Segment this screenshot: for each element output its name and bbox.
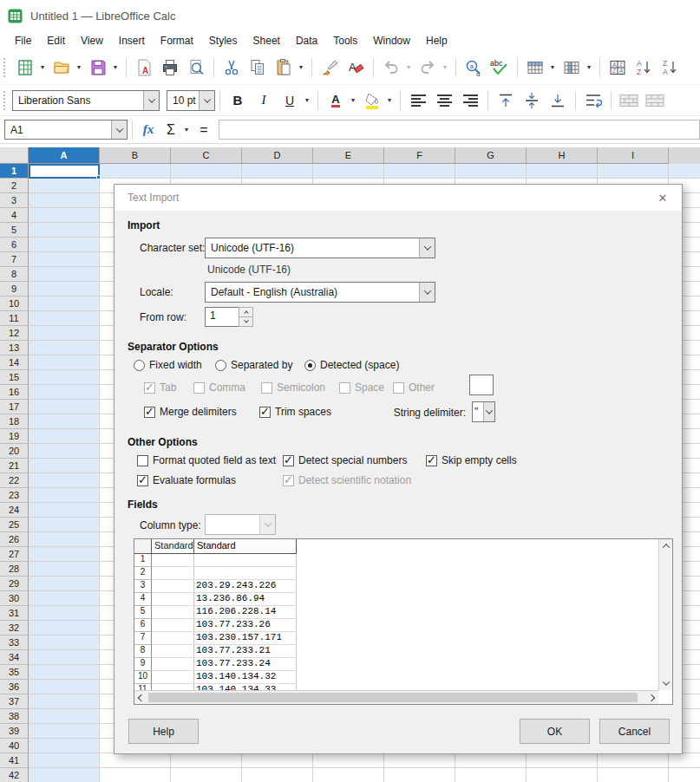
- row-header-7[interactable]: 7: [0, 252, 29, 267]
- row-header-9[interactable]: 9: [0, 282, 29, 297]
- insert-columns-icon[interactable]: [559, 55, 584, 80]
- save-dropdown-icon[interactable]: ▾: [111, 55, 120, 80]
- name-box-dropdown-icon[interactable]: [111, 121, 127, 139]
- preview-row[interactable]: 413.236.86.94: [134, 593, 658, 606]
- ok-button[interactable]: OK: [520, 719, 590, 744]
- row-header-39[interactable]: 39: [0, 724, 29, 739]
- column-header-f[interactable]: F: [384, 147, 455, 164]
- preview-row[interactable]: 9103.77.233.24: [134, 658, 658, 671]
- row-header-41[interactable]: 41: [0, 753, 29, 768]
- sum-icon[interactable]: Σ: [160, 119, 182, 141]
- column-type-combobox[interactable]: [205, 514, 276, 535]
- menu-window[interactable]: Window: [365, 33, 418, 49]
- row-header-33[interactable]: 33: [0, 635, 29, 650]
- row-header-20[interactable]: 20: [0, 444, 29, 459]
- row-header-12[interactable]: 12: [0, 326, 29, 341]
- column-type-dropdown-icon[interactable]: [259, 515, 275, 534]
- undo-icon[interactable]: [379, 55, 403, 80]
- row-header-21[interactable]: 21: [0, 459, 29, 473]
- clear-formatting-icon[interactable]: A: [343, 55, 368, 80]
- preview-column-header[interactable]: Standard: [194, 539, 297, 554]
- from-row-value[interactable]: 1: [205, 307, 239, 327]
- help-button[interactable]: Help: [128, 719, 199, 744]
- preview-vertical-scrollbar[interactable]: [658, 539, 672, 690]
- menu-insert[interactable]: Insert: [111, 33, 153, 49]
- open-icon[interactable]: [49, 55, 74, 80]
- paste-dropdown-icon[interactable]: ▾: [297, 55, 305, 80]
- redo-dropdown-icon[interactable]: ▾: [441, 55, 449, 80]
- merge-center-cells-icon[interactable]: [643, 88, 667, 113]
- center-vertically-icon[interactable]: [520, 88, 544, 113]
- checkbox-detect-scientific[interactable]: Detect scientific notation: [283, 474, 411, 486]
- column-header-g[interactable]: G: [455, 147, 527, 164]
- font-name-combobox[interactable]: Liberation Sans: [12, 90, 160, 111]
- column-header-e[interactable]: E: [313, 147, 384, 164]
- row-header-1[interactable]: 1: [0, 164, 29, 179]
- font-name-dropdown-icon[interactable]: [143, 91, 159, 110]
- highlight-dropdown-icon[interactable]: ▾: [385, 88, 394, 113]
- font-size-combobox[interactable]: 10 pt: [167, 90, 215, 111]
- sum-dropdown-icon[interactable]: ▾: [182, 118, 191, 142]
- row-header-31[interactable]: 31: [0, 606, 29, 621]
- column-header-i[interactable]: I: [598, 147, 669, 164]
- name-box[interactable]: A1: [4, 120, 128, 140]
- row-header-27[interactable]: 27: [0, 547, 29, 562]
- row-header-36[interactable]: 36: [0, 680, 29, 694]
- menu-view[interactable]: View: [73, 33, 111, 49]
- from-row-spinner[interactable]: 1: [205, 307, 253, 327]
- preview-row[interactable]: 5116.206.228.14: [134, 606, 658, 619]
- row-header-28[interactable]: 28: [0, 562, 29, 577]
- row-header-32[interactable]: 32: [0, 621, 29, 635]
- checkbox-tab[interactable]: Tab: [144, 381, 176, 394]
- wrap-text-icon[interactable]: [581, 88, 605, 113]
- sort-descending-icon[interactable]: ZA: [657, 55, 682, 80]
- redo-icon[interactable]: [415, 55, 440, 80]
- preview-row[interactable]: 10103.140.134.32: [134, 671, 658, 684]
- row-header-40[interactable]: 40: [0, 739, 29, 753]
- font-size-dropdown-icon[interactable]: [199, 91, 214, 110]
- align-right-icon[interactable]: [458, 88, 482, 113]
- spin-down-icon[interactable]: [239, 317, 252, 326]
- row-header-2[interactable]: 2: [0, 179, 29, 193]
- formula-input[interactable]: [219, 120, 700, 140]
- menu-styles[interactable]: Styles: [201, 33, 245, 49]
- character-set-dropdown-icon[interactable]: [419, 238, 435, 257]
- preview-grid[interactable]: Standard Standard 123203.29.243.226413.2…: [134, 539, 658, 690]
- preview-column-header[interactable]: Standard: [152, 539, 194, 554]
- row-header-35[interactable]: 35: [0, 665, 29, 680]
- scroll-up-icon[interactable]: [659, 539, 673, 553]
- row-header-34[interactable]: 34: [0, 650, 29, 665]
- dialog-title-bar[interactable]: Text Import: [114, 185, 682, 211]
- row-header-25[interactable]: 25: [0, 518, 29, 532]
- checkbox-evaluate-formulas[interactable]: Evaluate formulas: [137, 474, 236, 486]
- undo-dropdown-icon[interactable]: ▾: [404, 55, 413, 80]
- cancel-button[interactable]: Cancel: [599, 719, 670, 744]
- string-delimiter-combobox[interactable]: ": [472, 401, 495, 422]
- merge-cells-icon[interactable]: [617, 88, 641, 113]
- row-header-10[interactable]: 10: [0, 297, 29, 311]
- menu-help[interactable]: Help: [418, 33, 455, 49]
- menu-edit[interactable]: Edit: [39, 33, 73, 49]
- bold-icon[interactable]: B: [226, 88, 250, 113]
- row-header-5[interactable]: 5: [0, 223, 29, 238]
- other-delimiter-input[interactable]: [469, 375, 494, 395]
- character-set-combobox[interactable]: Unicode (UTF-16): [205, 238, 435, 258]
- row-header-3[interactable]: 3: [0, 193, 29, 208]
- column-header-h[interactable]: H: [527, 147, 598, 164]
- equals-icon[interactable]: =: [193, 119, 215, 141]
- fill-handle[interactable]: [96, 175, 101, 179]
- copy-icon[interactable]: [245, 55, 270, 80]
- radio-separated-by[interactable]: Separated by: [215, 359, 292, 371]
- menu-sheet[interactable]: Sheet: [245, 33, 288, 49]
- preview-row[interactable]: 3203.29.243.226: [134, 580, 658, 593]
- underline-icon[interactable]: U: [278, 88, 302, 113]
- column-header-b[interactable]: B: [100, 147, 171, 164]
- row-header-26[interactable]: 26: [0, 532, 29, 547]
- italic-icon[interactable]: I: [252, 88, 276, 113]
- checkbox-space[interactable]: Space: [339, 381, 384, 394]
- find-replace-icon[interactable]: ad: [461, 55, 486, 80]
- checkbox-other[interactable]: Other: [393, 381, 435, 394]
- insert-rows-icon[interactable]: [523, 55, 547, 80]
- export-pdf-icon[interactable]: A: [132, 55, 156, 80]
- row-header-19[interactable]: 19: [0, 429, 29, 444]
